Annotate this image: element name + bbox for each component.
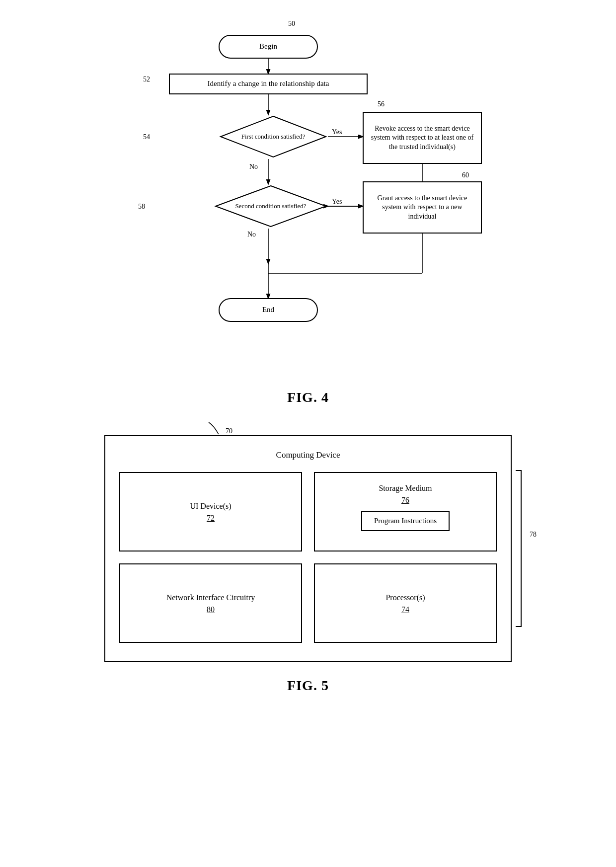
computing-device-box: 78 Computing Device UI Device(s) 72 Stor…	[104, 435, 512, 662]
second-condition-node: Second condition satisfied?	[214, 184, 328, 229]
end-node: End	[219, 298, 318, 322]
network-interface-box: Network Interface Circuitry 80	[119, 563, 302, 643]
ref-78: 78	[530, 531, 537, 539]
network-interface-ref: 80	[207, 605, 215, 614]
processor-box: Processor(s) 74	[314, 563, 497, 643]
grant-node: Grant access to the smart device system …	[363, 181, 482, 234]
ui-device-ref: 72	[207, 514, 215, 523]
revoke-node: Revoke access to the smart device system…	[363, 112, 482, 164]
processor-title: Processor(s)	[385, 592, 425, 603]
fig4-section: 50	[30, 20, 586, 405]
identify-node: Identify a change in the relationship da…	[169, 74, 368, 94]
ref-54: 54	[143, 133, 150, 141]
ref-78-bracket	[516, 470, 522, 627]
begin-node: Begin	[219, 35, 318, 59]
ref-60: 60	[462, 171, 469, 179]
no2-label: No	[247, 231, 256, 238]
fig4-caption: FIG. 4	[287, 390, 329, 405]
ref-52: 52	[143, 76, 150, 83]
ref-56: 56	[378, 100, 385, 108]
ui-device-title: UI Device(s)	[190, 501, 231, 512]
storage-medium-box: Storage Medium 76 Program Instructions	[314, 472, 497, 552]
storage-medium-ref: 76	[401, 496, 409, 505]
program-instructions-box: Program Instructions	[361, 511, 450, 531]
yes1-label: Yes	[332, 128, 342, 136]
flowchart-fig4: Begin Identify a change in the relations…	[114, 20, 502, 378]
storage-medium-title: Storage Medium	[379, 483, 432, 494]
ref-70: 70	[204, 420, 232, 435]
cd-grid: UI Device(s) 72 Storage Medium 76 Progra…	[119, 472, 497, 643]
fig5-caption: FIG. 5	[287, 678, 329, 694]
computing-device-title: Computing Device	[119, 450, 497, 460]
yes2-label: Yes	[332, 198, 342, 206]
ref-58: 58	[138, 203, 145, 211]
first-condition-node: First condition satisfied?	[219, 114, 328, 159]
no1-label: No	[249, 163, 258, 171]
network-interface-title: Network Interface Circuitry	[166, 592, 255, 603]
processor-ref: 74	[401, 605, 409, 614]
ui-device-box: UI Device(s) 72	[119, 472, 302, 552]
fig5-section: 70 78 Computing Device UI Device(s) 72 S…	[30, 435, 586, 694]
